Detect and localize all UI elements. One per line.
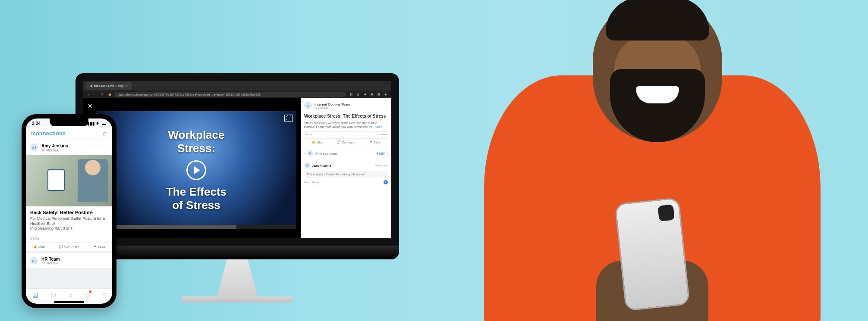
post-time: 15 days ago <box>314 106 350 109</box>
like-button[interactable]: 👍Like <box>33 245 45 249</box>
card-subtitle: For Medical Personnel: Better Posture fo… <box>30 216 108 226</box>
save-label: Save <box>374 141 381 144</box>
held-phone <box>614 197 690 311</box>
video-player[interactable]: ⛶ Workplace Stress: The Effects of Stres… <box>96 111 296 229</box>
nav-explore-icon[interactable]: ▭ <box>50 291 56 298</box>
extension-icon[interactable]: ▦ <box>377 93 381 96</box>
post-time: 23 days ago <box>41 262 60 265</box>
browser-tab-bar: ● theEMPLOYEEapp × + <box>83 81 391 90</box>
post-side-panel: IT Internal Comms Team 15 days ago Workp… <box>301 98 391 238</box>
desktop-mockup: ● theEMPLOYEEapp × + ‹ › ⟳ 🔒 demo.theemp… <box>75 73 399 302</box>
feed-card: HT HR Team 23 days ago <box>26 253 112 271</box>
feed[interactable]: AJ Amy Jenkins 16 days ago Back Safety: … <box>26 140 112 288</box>
comment-icon: 💬 <box>59 245 63 249</box>
desktop-screen: ● theEMPLOYEEapp × + ‹ › ⟳ 🔒 demo.theemp… <box>75 73 399 246</box>
save-button[interactable]: ⚑Save <box>370 140 381 144</box>
search-icon[interactable]: ⌕ <box>103 129 107 137</box>
comment-icon: 💬 <box>337 140 341 144</box>
new-tab-icon[interactable]: + <box>135 84 137 88</box>
comment-footer: Like Reply 1 <box>304 180 388 184</box>
likes-count: 3 Likes <box>304 133 312 136</box>
phone-mockup: 2:24 ▮▮▮ ᯤ ▬ iconnections ⌕ AJ Amy Jenki… <box>22 114 116 308</box>
comment-label: Comment <box>342 141 355 144</box>
comment-label: Comment <box>64 245 79 249</box>
app-name: connections <box>33 130 66 137</box>
app-header: iconnections ⌕ <box>26 127 112 140</box>
comment-button[interactable]: 💬Comment <box>337 140 355 144</box>
bookmark-icon: ⚑ <box>370 140 372 144</box>
card-header: HT HR Team 23 days ago <box>26 253 112 268</box>
extension-icon[interactable]: ◧ <box>349 93 353 96</box>
nav-feed-icon[interactable]: ▤ <box>32 291 38 298</box>
phone-screen: 2:24 ▮▮▮ ᯤ ▬ iconnections ⌕ AJ Amy Jenki… <box>26 118 112 304</box>
play-icon[interactable] <box>186 160 206 180</box>
card-thumbnail[interactable] <box>26 155 112 206</box>
close-tab-icon[interactable]: × <box>125 84 128 88</box>
commenter-name: Jean Alisema <box>312 164 331 167</box>
comment-input[interactable] <box>315 152 375 155</box>
browser-url-bar: ‹ › ⟳ 🔒 demo.theemployeeapp.com/6430170e… <box>83 90 391 98</box>
tab-title: theEMPLOYEEapp <box>94 84 123 88</box>
desktop-stand <box>211 259 263 298</box>
video-title-line: The Effects <box>166 185 226 199</box>
thumbnail-sign-graphic <box>47 169 65 191</box>
bottom-nav: ▤ ▭ ⌂ ◇ ≡ <box>26 288 112 300</box>
card-title: Back Safety: Better Posture <box>30 210 108 215</box>
browser-profile-icon[interactable]: ◉ <box>384 93 388 96</box>
comment-button[interactable]: 💬Comment <box>59 245 79 249</box>
thumbnail-person-graphic <box>78 159 108 202</box>
commenter-avatar: JA <box>304 162 310 168</box>
close-modal-icon[interactable]: ✕ <box>88 103 93 109</box>
site-favicon-icon: ● <box>90 84 92 88</box>
video-title-line: Workplace <box>168 128 224 142</box>
person-smile <box>636 86 679 103</box>
card-header: AJ Amy Jenkins 16 days ago <box>26 140 112 155</box>
status-time: 2:24 <box>32 121 41 126</box>
person-arm-right <box>699 156 817 321</box>
page-body: ✕ ⛶ Workplace Stress: The Effects of Str… <box>83 98 391 238</box>
notification-dot <box>89 290 91 293</box>
card-stats: 1 Like <box>26 235 112 242</box>
video-progress-bar[interactable] <box>96 225 296 229</box>
comment-reply-button[interactable]: Reply <box>312 181 319 184</box>
like-label: Like <box>317 141 322 144</box>
nav-directory-icon[interactable]: ⌂ <box>69 291 72 298</box>
fullscreen-icon[interactable]: ⛶ <box>284 115 293 122</box>
url-field[interactable]: demo.theemployeeapp.com/6430170e1847d711… <box>114 92 346 97</box>
post-comment-button[interactable]: POST <box>377 152 385 155</box>
comment-reaction-count: 1 <box>384 180 388 184</box>
nav-more-icon[interactable]: ≡ <box>102 291 106 298</box>
extension-icon[interactable]: ▣ <box>370 93 374 96</box>
card-body: Back Safety: Better Posture For Medical … <box>26 206 112 235</box>
author-name: Amy Jenkins <box>41 143 68 148</box>
comment-composer: R POST <box>304 149 388 158</box>
extension-icon[interactable]: U <box>356 93 360 96</box>
like-button[interactable]: 👍Like <box>311 140 322 144</box>
post-time: 16 days ago <box>41 148 68 151</box>
reload-icon[interactable]: ⟳ <box>101 93 105 96</box>
battery-icon: ▬ <box>102 121 106 126</box>
save-button[interactable]: ⚑Save <box>93 245 105 249</box>
extension-icon[interactable]: ◆ <box>363 93 367 96</box>
video-title-line: of Stress <box>172 199 220 212</box>
browser-tab[interactable]: ● theEMPLOYEEapp × <box>86 82 132 90</box>
bookmark-icon: ⚑ <box>93 245 96 249</box>
video-title-line: Stress: <box>177 142 215 155</box>
person-arm-left <box>488 156 605 321</box>
lock-icon: 🔒 <box>107 93 112 96</box>
comments-count: 1 Comment <box>374 133 388 136</box>
home-indicator[interactable] <box>54 301 84 303</box>
nav-notifications-icon[interactable]: ◇ <box>85 291 90 298</box>
nav-back-icon[interactable]: ‹ <box>87 93 91 96</box>
person-head <box>593 0 722 142</box>
nav-forward-icon[interactable]: › <box>94 93 98 96</box>
read-more-link[interactable]: ...More <box>373 125 383 128</box>
post-description-text: Stress can easily wear you down over tim… <box>304 122 377 128</box>
post-action-bar: 👍Like 💬Comment ⚑Save <box>304 138 388 146</box>
self-avatar: R <box>307 150 313 156</box>
wifi-icon: ᯤ <box>96 121 101 126</box>
desktop-bezel-chin <box>75 246 399 259</box>
comment-like-button[interactable]: Like <box>304 181 309 184</box>
author-name: HR Team <box>41 257 60 262</box>
phone-notch <box>50 118 88 126</box>
